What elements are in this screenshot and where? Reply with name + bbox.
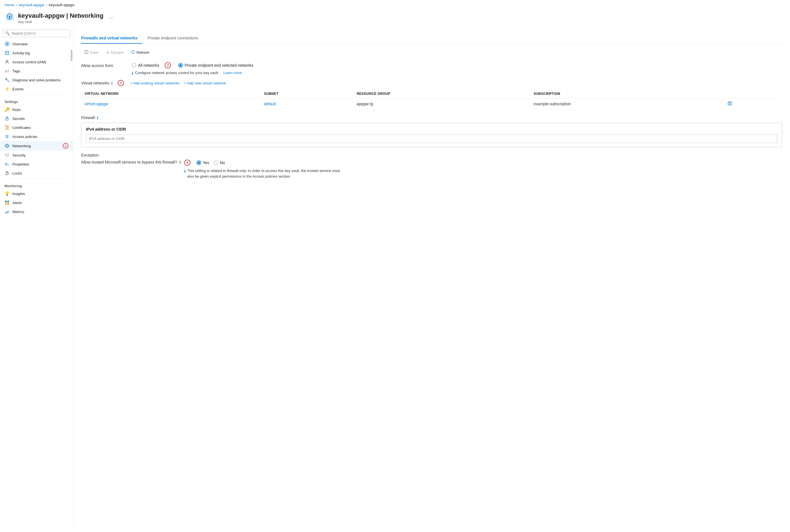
refresh-icon bbox=[131, 50, 135, 55]
yes-option[interactable]: Yes bbox=[197, 160, 209, 165]
info-icon-access: ℹ bbox=[132, 71, 133, 75]
sidebar-item-label-certificates: Certificates bbox=[13, 126, 31, 130]
sidebar-item-diagnose[interactable]: 🔧 Diagnose and solve problems bbox=[0, 75, 73, 84]
sidebar-item-access-control[interactable]: Access control (IAM) bbox=[0, 57, 73, 66]
sidebar-item-locks[interactable]: Locks bbox=[0, 169, 73, 177]
private-endpoint-option[interactable]: Private endpoint and selected networks bbox=[178, 63, 253, 68]
iam-icon bbox=[4, 59, 10, 64]
exception-info-box: ℹ This setting is related to firewall on… bbox=[184, 168, 342, 179]
svg-rect-32 bbox=[728, 102, 731, 105]
svg-rect-21 bbox=[6, 173, 8, 175]
breadcrumb: Home › keyvault-appgw › keyvault-appgw bbox=[0, 0, 790, 10]
breadcrumb-home[interactable]: Home bbox=[4, 3, 14, 7]
svg-point-6 bbox=[6, 43, 8, 45]
private-endpoint-radio[interactable] bbox=[178, 63, 183, 68]
sidebar-item-label-activity-log: Activity log bbox=[13, 51, 30, 55]
keys-icon: 🔑 bbox=[4, 107, 10, 112]
tab-private-endpoints[interactable]: Private endpoint connections bbox=[148, 33, 203, 44]
learn-more-link[interactable]: Learn more bbox=[223, 71, 242, 75]
keyvault-icon bbox=[4, 12, 15, 22]
sidebar-item-label-access-policies: Access policies bbox=[13, 135, 37, 139]
col-virtual-network: VIRTUAL NETWORK bbox=[81, 90, 260, 98]
subscription-cell: example-subscription bbox=[530, 98, 723, 110]
vnet-name-cell[interactable]: virtnet-appgw bbox=[81, 98, 260, 110]
sidebar-item-security[interactable]: 🛡 Security bbox=[0, 151, 73, 159]
sidebar-item-metrics[interactable]: Metrics bbox=[0, 207, 73, 216]
networking-icon bbox=[4, 143, 10, 148]
sidebar-item-label-secrets: Secrets bbox=[13, 116, 25, 121]
page-subtitle: Key vault bbox=[18, 20, 103, 24]
sidebar-item-events[interactable]: ⚡ Events bbox=[0, 84, 73, 93]
events-icon: ⚡ bbox=[4, 87, 10, 92]
svg-rect-26 bbox=[5, 212, 6, 213]
sidebar-item-label-security: Security bbox=[13, 153, 25, 157]
sidebar-item-label-networking: Networking bbox=[13, 144, 31, 148]
discard-button[interactable]: ✕ Discard bbox=[103, 49, 127, 57]
breadcrumb-resource2: keyvault-appgw bbox=[49, 3, 74, 7]
sidebar-item-activity-log[interactable]: Activity log bbox=[0, 49, 73, 57]
all-networks-option[interactable]: All networks bbox=[132, 63, 159, 68]
ellipsis-menu-button[interactable]: ... bbox=[109, 14, 113, 20]
content-area: Firewalls and virtual networks Private e… bbox=[73, 27, 790, 526]
sidebar-item-overview[interactable]: Overview bbox=[0, 39, 73, 49]
svg-rect-28 bbox=[8, 210, 9, 213]
search-box[interactable]: 🔍 bbox=[3, 30, 70, 37]
no-option[interactable]: No bbox=[214, 160, 225, 165]
ipv4-input[interactable] bbox=[86, 134, 777, 143]
sidebar-item-label-alerts: Alerts bbox=[13, 201, 22, 205]
sidebar: 🔍 Overview Activity log Access control (… bbox=[0, 27, 73, 526]
discard-label: Discard bbox=[111, 51, 123, 55]
overview-icon bbox=[4, 41, 10, 46]
svg-rect-11 bbox=[6, 118, 8, 120]
svg-rect-27 bbox=[7, 211, 7, 213]
page-title: keyvault-appgw | Networking bbox=[18, 12, 103, 19]
sidebar-item-properties[interactable]: Properties bbox=[0, 159, 73, 169]
sidebar-item-label-insights: Insights bbox=[13, 192, 25, 196]
save-button[interactable]: Save bbox=[81, 49, 102, 57]
all-networks-radio[interactable] bbox=[132, 63, 136, 68]
tags-icon: 🏷 bbox=[4, 69, 10, 74]
save-label: Save bbox=[90, 51, 98, 55]
toolbar: Save ✕ Discard Refresh bbox=[81, 49, 782, 57]
svg-rect-18 bbox=[5, 163, 6, 166]
add-existing-vnet-button[interactable]: + Add existing virtual networks bbox=[130, 81, 179, 85]
yes-label: Yes bbox=[203, 160, 209, 165]
exception-question-text: Allow trusted Microsoft services to bypa… bbox=[81, 159, 177, 165]
breadcrumb-resource1[interactable]: keyvault-appgw bbox=[19, 3, 44, 7]
diagnose-icon: 🔧 bbox=[4, 77, 10, 82]
refresh-button[interactable]: Refresh bbox=[128, 49, 153, 57]
settings-section-label: Settings bbox=[0, 96, 73, 105]
sidebar-item-label-properties: Properties bbox=[13, 162, 29, 166]
page-header: keyvault-appgw | Networking Key vault ..… bbox=[0, 10, 790, 27]
allow-access-label: Allow access from: bbox=[81, 62, 126, 68]
col-subscription: SUBSCRIPTION bbox=[530, 90, 723, 98]
add-new-vnet-button[interactable]: + Add new virtual network bbox=[184, 81, 226, 85]
subnet-cell[interactable]: default bbox=[260, 98, 353, 110]
svg-rect-7 bbox=[5, 51, 9, 55]
sidebar-item-certificates[interactable]: 📜 Certificates bbox=[0, 123, 73, 132]
info-icon-exception: ℹ bbox=[184, 168, 186, 174]
svg-rect-23 bbox=[7, 201, 9, 203]
search-input[interactable] bbox=[12, 31, 68, 36]
svg-rect-25 bbox=[7, 203, 9, 205]
svg-rect-20 bbox=[8, 164, 9, 166]
sidebar-item-label-metrics: Metrics bbox=[13, 210, 24, 214]
sidebar-item-keys[interactable]: 🔑 Keys bbox=[0, 105, 73, 114]
sidebar-item-label-tags: Tags bbox=[13, 69, 20, 73]
no-radio[interactable] bbox=[214, 160, 218, 165]
alerts-icon bbox=[4, 200, 10, 205]
sidebar-item-insights[interactable]: 💡 Insights bbox=[0, 189, 73, 198]
networking-badge: 1 bbox=[63, 143, 69, 149]
sidebar-item-secrets[interactable]: Secrets bbox=[0, 114, 73, 123]
sidebar-item-tags[interactable]: 🏷 Tags bbox=[0, 66, 73, 75]
ipv4-section: IPv4 address or CIDR bbox=[81, 123, 782, 147]
sidebar-item-networking[interactable]: Networking 1 bbox=[0, 141, 73, 151]
yes-radio[interactable] bbox=[197, 160, 201, 165]
sidebar-item-alerts[interactable]: Alerts bbox=[0, 198, 73, 207]
delete-row-button[interactable] bbox=[727, 101, 733, 107]
sidebar-item-access-policies[interactable]: Access policies bbox=[0, 132, 73, 141]
access-type-radio-group: All networks 2 Private endpoint and sele… bbox=[132, 62, 254, 69]
col-resource-group: RESOURCE GROUP bbox=[353, 90, 530, 98]
sidebar-item-label-iam: Access control (IAM) bbox=[13, 60, 46, 64]
tab-firewalls[interactable]: Firewalls and virtual networks bbox=[81, 33, 142, 44]
